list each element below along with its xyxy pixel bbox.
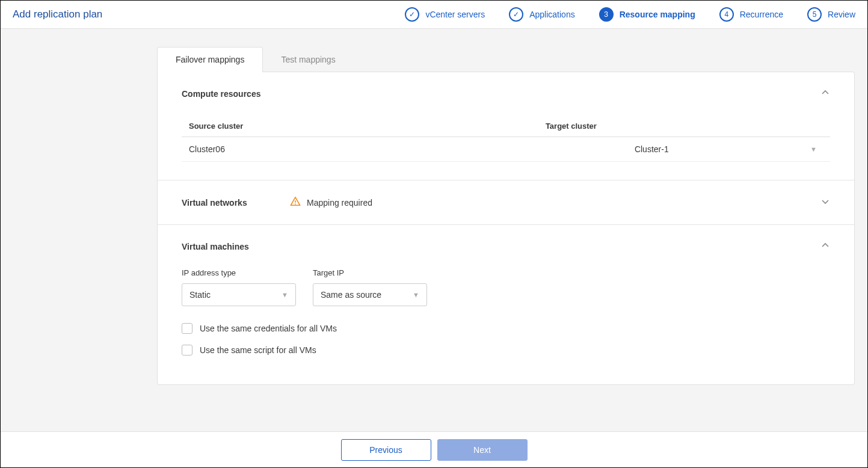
chevron-up-icon (820, 241, 830, 253)
step-applications[interactable]: ✓ Applications (509, 7, 575, 22)
step-number-icon: 4 (719, 7, 734, 22)
mapping-panel: Compute resources Source cluster Target … (157, 72, 855, 385)
target-ip-label: Target IP (313, 268, 427, 277)
target-ip-group: Target IP Same as source ▼ (313, 268, 427, 306)
caret-down-icon: ▼ (810, 146, 817, 153)
step-recurrence[interactable]: 4 Recurrence (719, 7, 783, 22)
checkbox-same-credentials[interactable] (182, 323, 192, 334)
next-button[interactable]: Next (437, 439, 528, 461)
step-vcenter[interactable]: ✓ vCenter servers (405, 7, 485, 22)
step-indicator: ✓ vCenter servers ✓ Applications 3 Resou… (405, 7, 855, 22)
tab-failover-mappings[interactable]: Failover mappings (157, 47, 263, 72)
chevron-up-icon (820, 88, 830, 100)
col-source-cluster: Source cluster (182, 115, 538, 137)
select-value: Same as source (321, 290, 381, 300)
section-virtual-networks: Virtual networks Mapping required (158, 180, 854, 225)
tab-test-mappings[interactable]: Test mappings (263, 47, 353, 72)
target-ip-select[interactable]: Same as source ▼ (313, 283, 427, 306)
step-label: Resource mapping (620, 10, 695, 19)
col-target-cluster: Target cluster (538, 115, 830, 137)
section-header-virtual-machines[interactable]: Virtual machines (158, 225, 854, 268)
wizard-header: Add replication plan ✓ vCenter servers ✓… (1, 1, 867, 29)
section-title: Virtual networks (182, 198, 290, 208)
section-header-virtual-networks[interactable]: Virtual networks Mapping required (158, 180, 854, 224)
step-number-icon: 3 (599, 7, 614, 22)
caret-down-icon: ▼ (282, 291, 288, 298)
cluster-mapping-table: Source cluster Target cluster Cluster06 … (182, 115, 830, 162)
section-title: Virtual machines (182, 242, 290, 251)
mapping-tabs: Failover mappings Test mappings (157, 47, 855, 72)
svg-point-1 (295, 203, 296, 205)
page-title: Add replication plan (13, 8, 102, 20)
previous-button[interactable]: Previous (341, 439, 431, 461)
warning-icon (290, 196, 301, 209)
step-label: Review (828, 10, 855, 19)
step-review[interactable]: 5 Review (807, 7, 855, 22)
step-label: Applications (529, 10, 575, 19)
ip-address-type-select[interactable]: Static ▼ (182, 283, 296, 306)
step-number-icon: 5 (807, 7, 822, 22)
ip-address-type-label: IP address type (182, 268, 296, 277)
section-compute-resources: Compute resources Source cluster Target … (158, 72, 854, 180)
checkbox-label: Use the same script for all VMs (200, 345, 316, 355)
section-header-compute[interactable]: Compute resources (158, 72, 854, 115)
section-title: Compute resources (182, 89, 290, 99)
checkbox-label: Use the same credentials for all VMs (200, 324, 337, 333)
checkbox-same-script[interactable] (182, 345, 192, 356)
target-cluster-value: Cluster-1 (635, 144, 669, 154)
step-label: Recurrence (740, 10, 783, 19)
source-cluster-cell: Cluster06 (182, 137, 538, 162)
step-label: vCenter servers (425, 10, 485, 19)
table-row: Cluster06 Cluster-1 ▼ (182, 137, 830, 162)
section-virtual-machines: Virtual machines IP address type Static … (158, 225, 854, 384)
step-resource-mapping[interactable]: 3 Resource mapping (599, 7, 695, 22)
chevron-down-icon (820, 197, 830, 209)
select-value: Static (189, 290, 211, 300)
caret-down-icon: ▼ (413, 291, 419, 298)
wizard-footer: Previous Next (1, 431, 867, 467)
check-icon: ✓ (405, 7, 419, 22)
ip-address-type-group: IP address type Static ▼ (182, 268, 296, 306)
status-text: Mapping required (307, 198, 372, 208)
content-area: Failover mappings Test mappings Compute … (1, 29, 867, 431)
check-icon: ✓ (509, 7, 523, 22)
target-cluster-select[interactable]: Cluster-1 ▼ (538, 137, 830, 162)
